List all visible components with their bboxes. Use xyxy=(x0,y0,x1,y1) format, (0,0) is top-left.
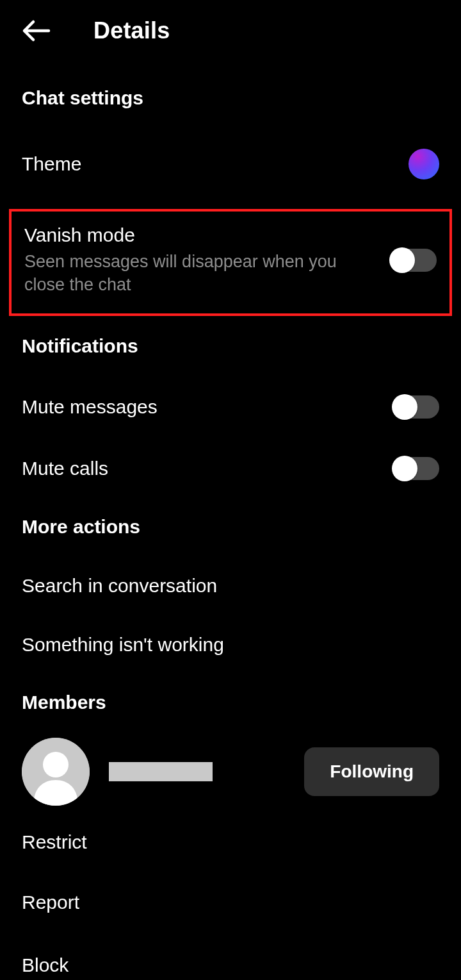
mute-messages-label: Mute messages xyxy=(22,396,158,418)
theme-label: Theme xyxy=(22,153,81,175)
report-row[interactable]: Report xyxy=(0,892,461,913)
restrict-label: Restrict xyxy=(22,831,87,853)
avatar[interactable] xyxy=(22,738,90,806)
mute-messages-toggle[interactable] xyxy=(393,395,439,419)
page-title: Details xyxy=(93,17,170,44)
back-button[interactable] xyxy=(18,13,54,49)
mute-messages-row[interactable]: Mute messages xyxy=(0,395,461,419)
vanish-mode-label: Vanish mode xyxy=(24,224,357,246)
theme-row[interactable]: Theme xyxy=(0,149,461,179)
restrict-row[interactable]: Restrict xyxy=(0,831,461,853)
vanish-mode-toggle[interactable] xyxy=(391,249,437,272)
search-in-conversation-label: Search in conversation xyxy=(22,575,217,597)
vanish-mode-sub: Seen messages will disappear when you cl… xyxy=(24,250,357,297)
block-label: Block xyxy=(22,954,69,976)
report-label: Report xyxy=(22,892,79,913)
something-isnt-working-row[interactable]: Something isn't working xyxy=(0,634,461,656)
something-isnt-working-label: Something isn't working xyxy=(22,634,224,656)
section-heading-chat-settings: Chat settings xyxy=(0,87,461,109)
arrow-left-icon xyxy=(20,15,51,46)
following-button[interactable]: Following xyxy=(304,747,439,796)
search-in-conversation-row[interactable]: Search in conversation xyxy=(0,575,461,597)
section-heading-notifications: Notifications xyxy=(0,335,461,357)
avatar-placeholder-icon xyxy=(22,738,90,806)
member-row[interactable]: Following xyxy=(0,738,461,806)
section-heading-members: Members xyxy=(0,692,461,713)
vanish-mode-highlight: Vanish mode Seen messages will disappear… xyxy=(9,209,452,316)
theme-swatch-icon xyxy=(408,149,439,179)
vanish-mode-row[interactable]: Vanish mode Seen messages will disappear… xyxy=(24,224,437,297)
block-row[interactable]: Block xyxy=(0,954,461,976)
section-heading-more-actions: More actions xyxy=(0,516,461,538)
svg-point-1 xyxy=(43,752,69,777)
mute-calls-row[interactable]: Mute calls xyxy=(0,457,461,480)
mute-calls-toggle[interactable] xyxy=(393,457,439,480)
header: Details xyxy=(0,0,461,62)
member-name-redacted xyxy=(109,762,213,781)
mute-calls-label: Mute calls xyxy=(22,458,108,479)
